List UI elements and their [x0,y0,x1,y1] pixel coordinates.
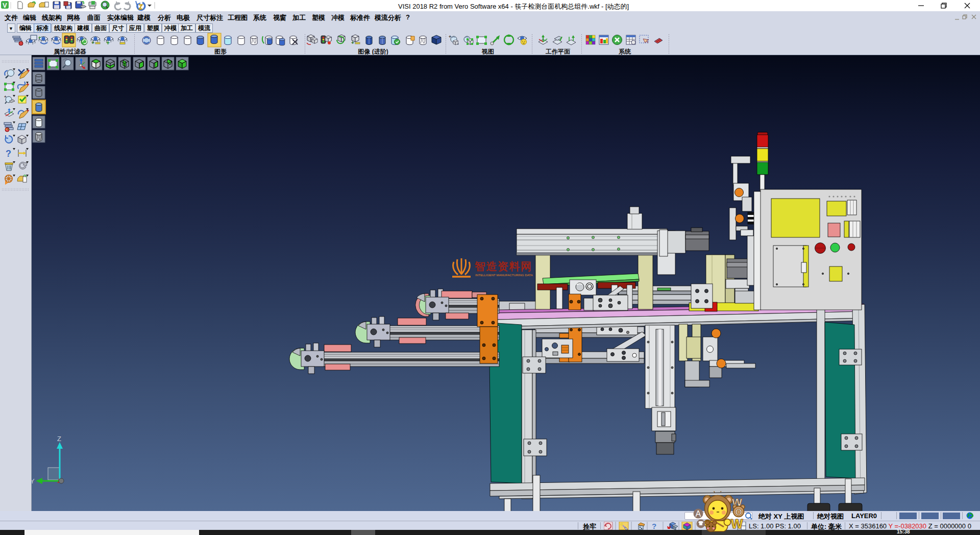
svg-text:+: + [106,39,110,46]
svg-text:Z: Z [57,435,61,443]
svg-text:智造资料网: 智造资料网 [474,260,532,272]
svg-text:O: O [736,507,742,517]
svg-text:+: + [351,40,354,45]
svg-text:A: A [696,509,701,518]
svg-text:+: + [91,40,94,45]
svg-text:-: - [51,35,53,41]
svg-text:V: V [3,2,7,9]
svg-text:?: ? [652,522,656,530]
svg-text:Y: Y [32,477,35,485]
svg-text:?: ? [6,149,11,159]
svg-text:W: W [731,517,743,531]
svg-text:INTELLIGENT MANUFACTURING DATA: INTELLIGENT MANUFACTURING DATA [475,273,533,277]
svg-text:+: + [38,35,41,40]
